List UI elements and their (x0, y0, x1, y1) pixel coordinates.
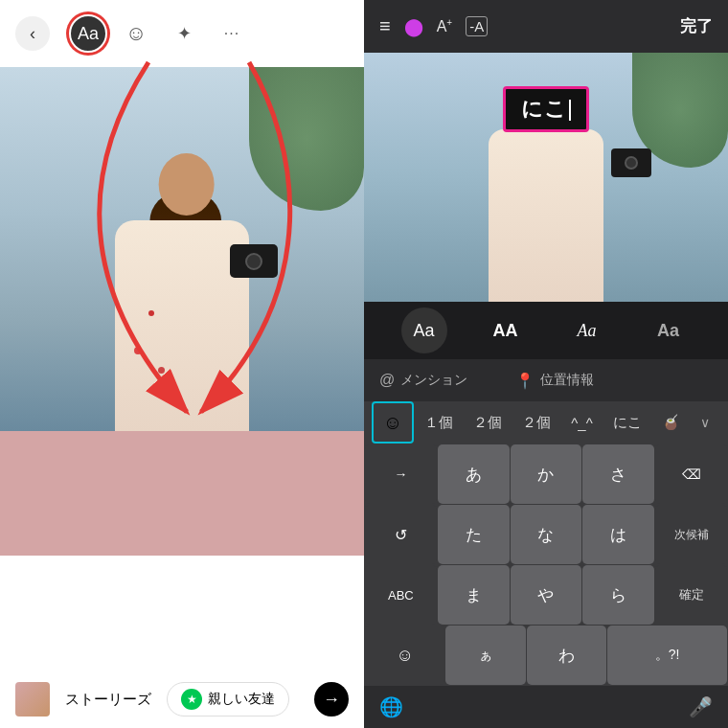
kb-ta-key[interactable]: た (438, 505, 510, 564)
kb-ha-key[interactable]: は (582, 505, 654, 564)
kb-arrow-key[interactable]: → (365, 444, 437, 504)
kb-undo-key[interactable]: ↺ (365, 505, 437, 564)
kb-delete-key[interactable]: ⌫ (655, 444, 727, 504)
photo-area (0, 67, 364, 671)
kb-ra-key[interactable]: ら (582, 565, 654, 625)
font-script[interactable]: Aa (564, 307, 610, 353)
kb-abc-key[interactable]: ABC (365, 565, 437, 625)
left-panel: ‹ Aa ☺ ✦ ··· (0, 0, 364, 728)
right-top-bar: ≡ ⬤ A+ -A 完了 (364, 0, 728, 53)
keyboard-row-2: ↺ た な は 次候補 (365, 505, 727, 564)
friends-label: 親しい友達 (208, 691, 275, 708)
suggestion-6[interactable]: 🧉 (662, 414, 680, 431)
sticker-text: にこ (521, 97, 567, 121)
back-button[interactable]: ‹ (15, 16, 50, 51)
mention-row: @ メンション 📍 位置情報 (364, 359, 728, 401)
kb-ka-key[interactable]: か (511, 444, 582, 504)
kb-punctuation-key[interactable]: 。?! (607, 626, 727, 685)
keyboard-bottom-bar: 🌐 🎤 (364, 686, 728, 728)
right-panel: ≡ ⬤ A+ -A 完了 にこ Aa AA Aa (364, 0, 728, 728)
story-text-area[interactable] (0, 431, 364, 556)
friends-button[interactable]: ★ 親しい友達 (167, 682, 289, 717)
kb-sa-key[interactable]: さ (582, 444, 654, 504)
microphone-icon[interactable]: 🎤 (689, 695, 713, 718)
keyboard-row-3: ABC ま や ら 確定 (365, 565, 727, 625)
left-top-bar: ‹ Aa ☺ ✦ ··· (0, 0, 364, 67)
text-tool-button[interactable]: Aa (69, 14, 107, 53)
suggestion-1[interactable]: １個 (424, 414, 453, 432)
kb-emoji-key[interactable]: ☺ (365, 626, 444, 685)
kb-na-key[interactable]: な (511, 505, 582, 564)
menu-icon[interactable]: ≡ (379, 15, 391, 37)
font-selector: Aa AA Aa Aa (364, 302, 728, 359)
mention-label: メンション (400, 372, 467, 389)
kb-a-key[interactable]: あ (438, 444, 510, 504)
keyboard-row-4: ☺ ぁ わ 。?! (365, 626, 727, 685)
kb-ma-key[interactable]: ま (438, 565, 510, 625)
keyboard-row-1: → あ か さ ⌫ (365, 444, 727, 504)
font-size-icon[interactable]: A+ (437, 17, 453, 35)
suggestion-words: １個 ２個 ２個 ^_^ にこ 🧉 ∨ (414, 414, 720, 432)
font-regular[interactable]: Aa (401, 307, 447, 353)
story-label: ストーリーズ (65, 691, 151, 709)
toolbar-icons: Aa ☺ ✦ ··· (69, 14, 251, 53)
location-icon: 📍 (515, 372, 535, 390)
mention-button[interactable]: @ メンション (379, 372, 467, 389)
kb-wa-key[interactable]: わ (527, 626, 606, 685)
auto-format-icon[interactable]: -A (466, 16, 488, 36)
at-icon: @ (379, 372, 395, 389)
more-tool-button[interactable]: ··· (213, 14, 251, 53)
photo-background (0, 67, 364, 431)
suggestion-2[interactable]: ２個 (473, 414, 502, 432)
keyboard: → あ か さ ⌫ ↺ た な は 次候補 ABC ま や ら 確定 ☺ ぁ わ… (364, 444, 728, 686)
color-picker-icon[interactable]: ⬤ (404, 16, 423, 37)
send-button[interactable]: → (314, 682, 349, 717)
kb-next-candidate-key[interactable]: 次候補 (655, 505, 727, 564)
sparkle-tool-button[interactable]: ✦ (165, 14, 203, 53)
suggestion-4[interactable]: ^_^ (571, 415, 592, 431)
emoji-button[interactable]: ☺ (372, 401, 414, 444)
right-photo-area: にこ (364, 53, 728, 302)
left-bottom-bar: ストーリーズ ★ 親しい友達 → (0, 671, 364, 728)
globe-icon[interactable]: 🌐 (379, 695, 403, 718)
text-cursor (569, 100, 571, 121)
font-bold[interactable]: AA (483, 307, 529, 353)
done-button[interactable]: 完了 (680, 15, 713, 37)
font-outline[interactable]: Aa (646, 307, 692, 353)
suggestion-row: ☺ １個 ２個 ２個 ^_^ にこ 🧉 ∨ (364, 401, 728, 444)
suggestion-5[interactable]: にこ (613, 414, 642, 432)
kb-small-a-key[interactable]: ぁ (445, 626, 525, 685)
kb-confirm-key[interactable]: 確定 (655, 565, 727, 625)
suggestion-3[interactable]: ２個 (522, 414, 551, 432)
location-label: 位置情報 (540, 372, 594, 389)
friends-star-icon: ★ (181, 689, 202, 710)
face-tool-button[interactable]: ☺ (117, 14, 155, 53)
text-sticker[interactable]: にこ (503, 86, 589, 132)
expand-icon[interactable]: ∨ (700, 415, 710, 430)
kb-ya-key[interactable]: や (511, 565, 582, 625)
story-thumbnail (15, 682, 50, 717)
location-button[interactable]: 📍 位置情報 (515, 372, 594, 390)
